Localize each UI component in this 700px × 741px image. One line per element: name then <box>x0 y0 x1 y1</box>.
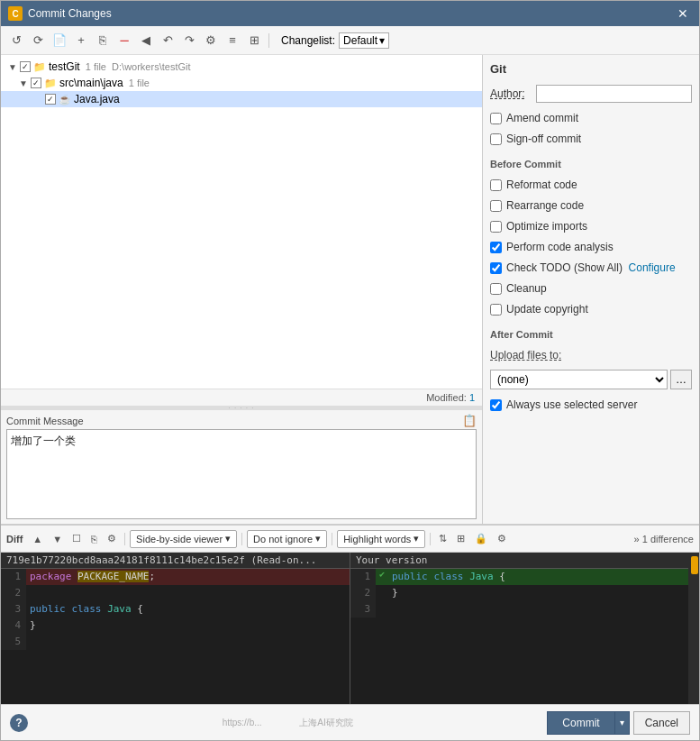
diff-scrollbar-right[interactable] <box>688 553 699 704</box>
toolbar-back-btn[interactable]: ↺ <box>6 31 26 50</box>
signoff-commit-label: Sign-off commit <box>506 133 581 145</box>
right-line-num-1: 1 <box>350 569 376 585</box>
file-tree[interactable]: ▼ 📁 testGit 1 file D:\workers\testGit ▼ … <box>1 55 482 389</box>
check-todo-checkbox[interactable] <box>490 262 502 274</box>
rearrange-checkbox[interactable] <box>490 200 502 212</box>
upload-dropdown-row: (none) … <box>490 370 692 389</box>
right-panel: Git Author: Amend commit Sign-off commit… <box>483 55 699 524</box>
diff-right-header: Your version <box>350 553 699 569</box>
git-section-title: Git <box>490 62 692 76</box>
changelist-area: Changelist: Default ▾ <box>281 32 389 49</box>
signoff-commit-row[interactable]: Sign-off commit <box>490 133 692 145</box>
optimize-checkbox[interactable] <box>490 221 502 233</box>
toolbar-sort-btn[interactable]: ≡ <box>223 31 242 50</box>
toolbar-left-btn[interactable]: ◀ <box>136 31 156 50</box>
toolbar-add-btn[interactable]: + <box>71 31 91 50</box>
toolbar-settings-btn[interactable]: ⚙ <box>201 31 221 50</box>
diff-right-pane[interactable]: Your version 1 ✔ public class Java { 2 } <box>350 553 699 704</box>
java-file-icon: ☕ <box>59 94 71 105</box>
tree-item-java[interactable]: ▼ ☕ Java.java <box>1 91 482 107</box>
cleanup-row[interactable]: Cleanup <box>490 282 692 295</box>
always-use-server-row[interactable]: Always use selected server <box>490 398 692 411</box>
diff-content: 719e1b77220bcd8aaa24181f8111c14be2c15e2f… <box>1 553 699 704</box>
diff-lock-btn[interactable]: 🔒 <box>471 530 491 548</box>
bottom-bar: ? https://b... 上海AI研究院 Commit ▾ Cancel <box>1 704 699 740</box>
author-input[interactable] <box>536 85 692 103</box>
diff-columns-btn[interactable]: ⊞ <box>453 530 468 548</box>
update-copyright-row[interactable]: Update copyright <box>490 303 692 316</box>
diff-section: Diff ▲ ▼ ☐ ⎘ ⚙ Side-by-side viewer ▾ Do … <box>1 524 699 704</box>
commit-msg-icon: 📋 <box>462 414 477 427</box>
toolbar-refresh-btn[interactable]: ⟳ <box>28 31 48 50</box>
left-line-num-5: 5 <box>1 634 26 650</box>
diff-gear-btn[interactable]: ⚙ <box>494 530 510 548</box>
src-checkbox[interactable] <box>31 78 41 88</box>
chevron-down-icon-sbs: ▾ <box>225 533 231 544</box>
check-todo-row[interactable]: Check TODO (Show All) Configure <box>490 261 692 274</box>
src-meta: 1 file <box>126 78 150 88</box>
perform-analysis-row[interactable]: Perform code analysis <box>490 241 692 253</box>
update-copyright-checkbox[interactable] <box>490 304 502 316</box>
highlight-dropdown[interactable]: Highlight words ▾ <box>337 530 425 548</box>
toolbar-remove-btn[interactable]: ─ <box>114 31 134 50</box>
side-by-side-dropdown[interactable]: Side-by-side viewer ▾ <box>130 530 237 548</box>
diff-sync-btn[interactable]: ⇅ <box>435 530 450 548</box>
testgit-checkbox[interactable] <box>20 61 31 72</box>
configure-link[interactable]: Configure <box>629 261 676 274</box>
diff-up-btn[interactable]: ▲ <box>29 530 46 548</box>
cancel-button[interactable]: Cancel <box>633 711 690 735</box>
diff-left-line-2: 2 <box>1 585 350 601</box>
java-checkbox[interactable] <box>45 94 56 105</box>
dialog-title: Commit Changes <box>28 7 112 20</box>
diff-show-btn[interactable]: ☐ <box>68 530 85 548</box>
toolbar-redo-btn[interactable]: ↷ <box>179 31 199 50</box>
title-bar-left: C Commit Changes <box>8 6 112 21</box>
toolbar-undo-btn[interactable]: ↶ <box>158 31 177 50</box>
changelist-dropdown[interactable]: Default ▾ <box>339 32 389 49</box>
rearrange-label: Rearrange code <box>506 199 584 212</box>
highlight-label: Highlight words <box>343 534 411 544</box>
right-line-check-1: ✔ <box>376 569 388 579</box>
toolbar-show-btn[interactable]: 📄 <box>50 31 69 50</box>
signoff-commit-checkbox[interactable] <box>490 133 502 145</box>
before-commit-divider: Before Commit <box>490 159 692 169</box>
diff-left-header: 719e1b77220bcd8aaa24181f8111c14be2c15e2f… <box>1 553 350 569</box>
reformat-checkbox[interactable] <box>490 179 502 191</box>
rearrange-row[interactable]: Rearrange code <box>490 199 692 212</box>
perform-analysis-checkbox[interactable] <box>490 242 502 253</box>
amend-commit-row[interactable]: Amend commit <box>490 112 692 124</box>
diff-left-pane[interactable]: 719e1b77220bcd8aaa24181f8111c14be2c15e2f… <box>1 553 350 704</box>
reformat-row[interactable]: Reformat code <box>490 178 692 191</box>
after-commit-divider: After Commit <box>490 329 692 340</box>
diff-down-btn[interactable]: ▼ <box>49 530 66 548</box>
browse-button[interactable]: … <box>670 370 692 389</box>
always-use-server-checkbox[interactable] <box>490 399 502 411</box>
left-line-content-3: public class Java { <box>26 601 143 618</box>
commit-msg-label-text: Commit Message <box>6 416 84 426</box>
diff-copy-btn[interactable]: ⎘ <box>87 530 101 548</box>
commit-button[interactable]: Commit <box>547 711 614 735</box>
optimize-row[interactable]: Optimize imports <box>490 220 692 233</box>
diff-settings-btn[interactable]: ⚙ <box>104 530 120 548</box>
main-content: ▼ 📁 testGit 1 file D:\workers\testGit ▼ … <box>1 55 699 524</box>
check-icon: ✔ <box>379 569 385 579</box>
folder-icon: 📁 <box>33 61 46 73</box>
changelist-value: Default <box>343 34 377 47</box>
commit-dropdown-button[interactable]: ▾ <box>614 711 630 735</box>
close-button[interactable]: ✕ <box>674 5 692 23</box>
cleanup-checkbox[interactable] <box>490 283 502 295</box>
toolbar-sep <box>268 33 269 48</box>
tree-item-src[interactable]: ▼ 📁 src\main\java 1 file <box>1 75 482 91</box>
toolbar: ↺ ⟳ 📄 + ⎘ ─ ◀ ↶ ↷ ⚙ ≡ ⊞ Changelist: Defa… <box>1 26 699 55</box>
diff-sep3 <box>332 533 332 545</box>
amend-commit-checkbox[interactable] <box>490 113 502 124</box>
toolbar-copy-btn[interactable]: ⎘ <box>93 31 113 50</box>
tree-item-testgit[interactable]: ▼ 📁 testGit 1 file D:\workers\testGit <box>1 59 482 75</box>
ignore-dropdown[interactable]: Do not ignore ▾ <box>247 530 327 548</box>
reformat-label: Reformat code <box>506 178 577 191</box>
commit-message-input[interactable]: 增加了一个类 <box>6 429 477 519</box>
upload-files-label: Upload files to: <box>490 349 692 361</box>
upload-select[interactable]: (none) <box>490 370 668 389</box>
toolbar-filter-btn[interactable]: ⊞ <box>244 31 264 50</box>
help-button[interactable]: ? <box>10 714 28 732</box>
